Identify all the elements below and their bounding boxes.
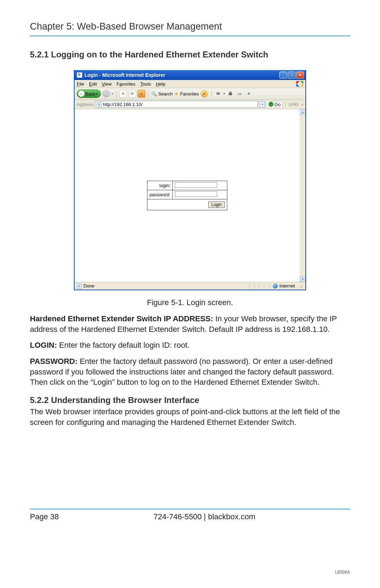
figure-screenshot: Login - Microsoft Internet Explorer _ □ … <box>30 70 350 290</box>
browser-window: Login - Microsoft Internet Explorer _ □ … <box>74 70 306 290</box>
maximize-button[interactable]: □ <box>288 72 296 79</box>
windows-flag-icon <box>296 81 303 87</box>
menu-view[interactable]: View <box>102 81 112 87</box>
zone-text: Internet <box>279 283 295 289</box>
menu-tools[interactable]: Tools <box>140 81 151 87</box>
history-button[interactable]: ✓ <box>201 90 208 98</box>
login-button[interactable]: Login <box>208 202 225 208</box>
paragraph-522: The Web browser interface provides group… <box>30 407 350 427</box>
paragraph-ip: Hardened Ethernet Extender Switch IP ADD… <box>30 314 350 334</box>
page-number: Page 38 <box>30 512 59 521</box>
section-heading-522: 5.2.2 Understanding the Browser Interfac… <box>30 395 350 405</box>
footer-phone: 724-746-5500 <box>153 512 202 521</box>
forward-button[interactable]: → <box>102 90 110 98</box>
home-button[interactable]: ⌂ <box>138 90 145 98</box>
login-label: login: <box>147 181 172 190</box>
search-icon: 🔍 <box>151 91 157 97</box>
status-bar: e Done Internet <box>75 282 305 290</box>
menu-file[interactable]: File <box>77 81 84 87</box>
favorites-button[interactable]: Favorites <box>180 91 199 97</box>
discuss-button[interactable]: ✦ <box>245 90 253 98</box>
page-footer: Page 38 724-746-5500 | blackbox.com <box>30 512 350 521</box>
search-button[interactable]: Search <box>158 91 173 97</box>
login-form: login: password: Login <box>147 181 227 210</box>
menubar: File Edit View Favorites Tools Help <box>75 80 305 88</box>
chapter-title: Chapter 5: Web-Based Browser Management <box>30 21 350 32</box>
paragraph-login: LOGIN: Enter the factory default login I… <box>30 340 350 351</box>
window-title: Login - Microsoft Internet Explorer <box>84 72 279 78</box>
scroll-down-button[interactable]: ▾ <box>300 276 305 282</box>
password-label: password: <box>147 190 172 199</box>
menu-favorites[interactable]: Favorites <box>116 81 135 87</box>
print-button[interactable]: 🖶 <box>227 90 234 98</box>
menu-edit[interactable]: Edit <box>89 81 97 87</box>
done-icon: e <box>77 284 82 289</box>
address-label: Address <box>77 102 94 107</box>
password-input[interactable] <box>175 191 217 197</box>
scroll-up-button[interactable]: ▴ <box>300 109 305 115</box>
page-content: ▴ ▾ login: password: Login <box>75 109 305 282</box>
refresh-button[interactable]: ⟳ <box>128 90 136 98</box>
favorites-star-icon: ★ <box>174 91 179 97</box>
paragraph-password: PASSWORD: Enter the factory default pass… <box>30 356 350 388</box>
address-input[interactable]: e http://192.168.1.10/ <box>95 101 258 108</box>
stop-button[interactable]: × <box>119 90 127 98</box>
resize-grip-icon <box>298 284 303 289</box>
address-url: http://192.168.1.10/ <box>103 102 256 107</box>
go-button[interactable]: → Go <box>266 101 283 108</box>
titlebar: Login - Microsoft Internet Explorer _ □ … <box>75 70 305 80</box>
login-input[interactable] <box>175 182 217 188</box>
divider <box>30 36 350 36</box>
internet-zone-icon <box>273 284 278 289</box>
close-button[interactable]: × <box>296 72 304 79</box>
menu-help[interactable]: Help <box>156 81 165 87</box>
footer-site: blackbox.com <box>208 512 255 521</box>
back-button[interactable]: ← Back ▾ <box>77 89 101 98</box>
footer-divider <box>30 509 350 509</box>
address-bar: Address e http://192.168.1.10/ ▾ → Go Li… <box>75 100 305 109</box>
page-icon: e <box>97 102 102 107</box>
figure-caption: Figure 5-1. Login screen. <box>30 298 350 307</box>
address-dropdown[interactable]: ▾ <box>259 101 265 107</box>
ie-page-icon <box>77 72 82 78</box>
toolbar: ← Back ▾ → ▾ × ⟳ ⌂ 🔍 Search ★ Favorites … <box>75 88 305 100</box>
section-heading-521: 5.2.1 Logging on to the Hardened Etherne… <box>30 50 350 60</box>
model-number: LB308A <box>335 570 350 575</box>
edit-button[interactable]: ▭ <box>236 90 243 98</box>
mail-button[interactable]: ✉ <box>214 90 222 98</box>
links-label[interactable]: Links <box>289 102 298 107</box>
status-text: Done <box>83 283 94 289</box>
minimize-button[interactable]: _ <box>279 72 287 79</box>
